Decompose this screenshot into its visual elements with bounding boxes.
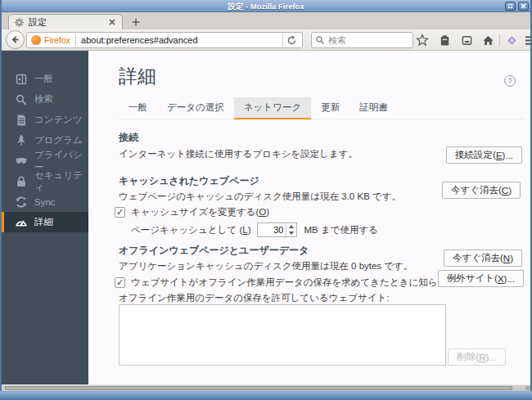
addon-diamond-icon xyxy=(506,34,518,47)
nav-toolbar: Firefox about:preferences#advanced xyxy=(2,29,530,51)
tab-general[interactable]: 一般 xyxy=(119,97,157,119)
downloads-icon xyxy=(461,34,473,47)
plus-icon xyxy=(131,17,141,27)
reload-button[interactable] xyxy=(282,33,300,47)
remove-site-button[interactable]: 削除(R)... xyxy=(448,348,506,366)
sidebar-item-sync[interactable]: Sync xyxy=(2,191,88,212)
mask-icon xyxy=(15,155,28,168)
search-icon xyxy=(15,93,28,106)
offline-notify-checkbox[interactable]: ✓ xyxy=(115,277,125,288)
tab-strip: 設定 xyxy=(2,12,530,29)
offline-heading: オフラインウェブページとユーザーデータ xyxy=(119,244,309,258)
spin-down-icon[interactable] xyxy=(286,230,296,236)
cache-size-field xyxy=(257,222,297,237)
check-icon: ✓ xyxy=(116,278,124,287)
sidebar-item-label: コンテンツ xyxy=(34,114,83,126)
window-title: 設定 - Mozilla Firefox xyxy=(0,0,532,12)
clear-offline-cache-button[interactable]: 今すぐ消去(N) xyxy=(444,249,522,267)
connection-settings-button[interactable]: 接続設定(E)... xyxy=(446,146,522,164)
sidebar-item-label: 一般 xyxy=(34,73,53,85)
question-icon: ? xyxy=(507,77,512,85)
close-icon xyxy=(109,19,115,25)
url-divider xyxy=(75,34,76,46)
general-icon xyxy=(15,73,28,86)
back-icon xyxy=(10,34,20,45)
scrollbar-thumb[interactable] xyxy=(5,386,512,390)
firefox-window: 設定 - Mozilla Firefox 設定 xyxy=(0,0,532,400)
advanced-tabs: 一般 データの選択 ネットワーク 更新 証明書 xyxy=(119,97,525,119)
browser-tab-settings[interactable]: 設定 xyxy=(8,14,123,29)
cache-size-spinner[interactable] xyxy=(286,223,296,236)
offline-sites-listbox[interactable] xyxy=(119,304,446,366)
clear-cache-button[interactable]: 今すぐ消去(C) xyxy=(442,182,521,199)
offline-usage-text: アプリケーションキャッシュのディスク使用量は現在 0 bytes です。 xyxy=(119,260,413,272)
close-button[interactable] xyxy=(518,2,529,11)
gear-icon xyxy=(14,17,25,28)
search-input[interactable] xyxy=(328,35,402,45)
sidebar-item-label: セキュリティ xyxy=(34,169,88,194)
sidebar-item-privacy[interactable]: プライバシー xyxy=(2,151,88,171)
site-identity-icon[interactable] xyxy=(31,35,41,45)
connection-heading: 接続 xyxy=(119,131,138,145)
bookmark-star-icon xyxy=(416,34,429,47)
override-cache-size-checkbox[interactable]: ✓ xyxy=(115,207,125,218)
tab-update[interactable]: 更新 xyxy=(311,97,349,119)
window-border-left xyxy=(0,0,2,391)
sync-icon xyxy=(15,196,28,209)
toolbar-separator xyxy=(499,34,500,46)
offline-notify-row: ✓ ウェブサイトがオフライン作業用データの保存を求めてきたときに知らせる(T) xyxy=(115,276,469,289)
tab-certificates[interactable]: 証明書 xyxy=(349,97,398,119)
maximize-icon xyxy=(508,4,512,8)
home-button[interactable] xyxy=(478,32,498,48)
override-cache-size-row: ✓ キャッシュサイズを変更する(O) xyxy=(115,206,269,218)
back-button[interactable] xyxy=(6,30,25,49)
addon-button[interactable] xyxy=(502,32,521,48)
offline-notify-label: ウェブサイトがオフライン作業用データの保存を求めてきたときに知らせる(T) xyxy=(131,276,469,289)
bookmark-star-button[interactable] xyxy=(413,32,432,48)
titlebar[interactable]: 設定 - Mozilla Firefox xyxy=(0,0,532,12)
sidebar-item-label: 詳細 xyxy=(34,216,53,228)
tab-title: 設定 xyxy=(29,16,107,29)
home-icon xyxy=(482,34,494,47)
help-button[interactable]: ? xyxy=(504,75,516,87)
cache-heading: キャッシュされたウェブページ xyxy=(119,174,259,188)
offline-allowed-label: オフライン作業用のデータの保存を許可しているウェブサイト: xyxy=(119,292,390,304)
url-text[interactable]: about:preferences#advanced xyxy=(81,35,282,45)
sidebar-item-search[interactable]: 検索 xyxy=(2,89,88,110)
override-cache-size-label: キャッシュサイズを変更する(O) xyxy=(131,206,269,218)
maximize-button[interactable] xyxy=(505,2,516,11)
identity-label: Firefox xyxy=(44,35,70,45)
check-icon: ✓ xyxy=(116,208,124,217)
preferences-sidebar: 一般 検索 コンテンツ xyxy=(2,51,88,384)
cache-limit-suffix: MB まで使用する xyxy=(304,224,378,236)
sidebar-item-label: プログラム xyxy=(34,134,83,146)
cache-limit-label: ページキャッシュとして (L) xyxy=(131,224,250,236)
downloads-button[interactable] xyxy=(457,32,476,48)
url-bar[interactable]: Firefox about:preferences#advanced xyxy=(26,32,303,48)
tab-close-button[interactable] xyxy=(107,17,117,27)
connection-description: インターネット接続に使用するプロキシを設定します。 xyxy=(119,148,358,160)
cache-size-input[interactable] xyxy=(258,223,286,236)
document-icon xyxy=(15,114,28,127)
tab-network[interactable]: ネットワーク xyxy=(234,97,311,119)
sidebar-item-label: 検索 xyxy=(34,93,53,106)
sidebar-item-general[interactable]: 一般 xyxy=(2,69,88,89)
preferences-content: 詳細 ? 一般 データの選択 ネットワーク 更新 証明書 接続 インターネット接… xyxy=(88,51,530,384)
sidebar-item-label: Sync xyxy=(34,197,56,207)
new-tab-button[interactable] xyxy=(126,15,146,29)
offline-exceptions-button[interactable]: 例外サイト(X)... xyxy=(438,270,524,287)
horizontal-scrollbar[interactable] xyxy=(0,384,532,391)
bookmarks-menu-button[interactable] xyxy=(435,32,454,48)
tab-data-choices[interactable]: データの選択 xyxy=(157,97,234,119)
cache-usage-text: ウェブページのキャッシュのディスク使用量は現在 3.0 KB です。 xyxy=(119,191,401,203)
spin-up-icon[interactable] xyxy=(286,223,296,230)
search-icon xyxy=(315,35,325,45)
close-icon xyxy=(521,3,526,9)
sidebar-item-content[interactable]: コンテンツ xyxy=(2,110,88,130)
sidebar-item-applications[interactable]: プログラム xyxy=(2,130,88,151)
search-bar[interactable] xyxy=(311,32,413,48)
sidebar-item-security[interactable]: セキュリティ xyxy=(2,171,88,191)
sidebar-item-advanced[interactable]: 詳細 xyxy=(2,212,88,232)
reload-icon xyxy=(286,35,297,46)
bookmarks-menu-icon xyxy=(439,34,451,47)
